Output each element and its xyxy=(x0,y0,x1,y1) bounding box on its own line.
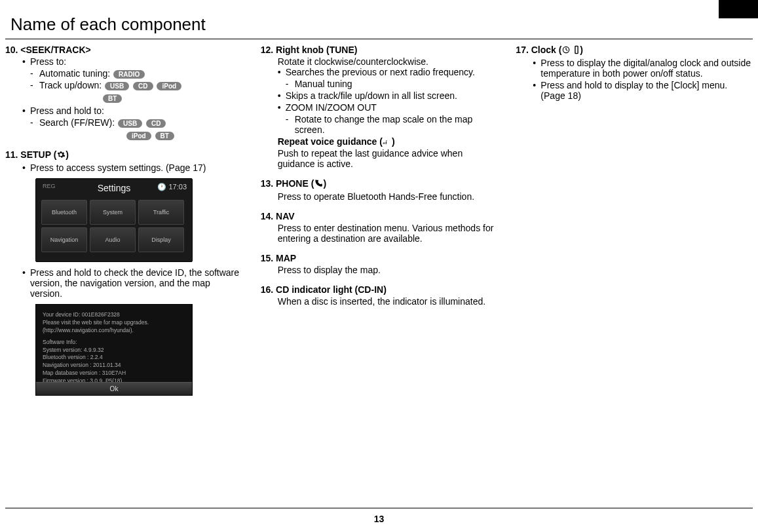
pill-usb-2: USB xyxy=(118,119,142,128)
section-13-title1: PHONE ( xyxy=(273,178,314,189)
section-17-title2: ) xyxy=(580,45,583,55)
shot2-l6: Bluetooth version : 2.2.4 xyxy=(43,354,185,362)
shot1-cell-bluetooth: Bluetooth xyxy=(41,200,87,225)
section-14: 14. NAV Press to enter destination menu.… xyxy=(261,211,498,244)
s14-body: Press to enter destination menu. Various… xyxy=(261,223,498,244)
section-13-num: 13. xyxy=(261,178,273,189)
shot2-l4: Software Info: xyxy=(43,339,185,347)
s10-track-updown-row2: BT xyxy=(22,92,242,103)
shot2-l8: Map database version : 310E7AH xyxy=(43,370,185,377)
column-2: 12. Right knob (TUNE) Rotate it clockwis… xyxy=(261,45,498,405)
pill-ipod-1: iPod xyxy=(157,82,181,90)
s10-track-updown: Track up/down: USB CD iPod xyxy=(30,80,242,90)
pill-bt-2: BT xyxy=(155,132,174,140)
section-15-title: MAP xyxy=(273,253,296,263)
pill-ipod-2: iPod xyxy=(126,132,151,140)
s12-repeat-head-2: ) xyxy=(392,136,395,147)
s12-b2: Skips a track/file up/down in all list s… xyxy=(278,90,498,101)
page-number: 13 xyxy=(0,514,758,524)
section-12-title: Right knob (TUNE) xyxy=(273,45,357,55)
section-17-num: 17. xyxy=(516,45,528,55)
phone-icon xyxy=(314,179,323,190)
section-13-heading: 13. PHONE () xyxy=(261,178,498,190)
s12-repeat-head-1: Repeat voice guidance ( xyxy=(278,136,383,147)
footer-rule xyxy=(5,508,753,508)
shot1-cell-display: Display xyxy=(138,227,184,252)
shot1-cell-navigation: Navigation xyxy=(41,227,87,252)
section-10-title: <SEEK/TRACK> xyxy=(18,45,90,55)
s10-search-row2: iPod BT xyxy=(22,130,242,140)
s10-press-to: Press to: xyxy=(22,56,242,67)
column-3: 17. Clock ( ) Press to display the digit… xyxy=(516,45,753,405)
s13-body: Press to operate Bluetooth Hands-Free fu… xyxy=(261,191,498,202)
shot1-cell-audio: Audio xyxy=(90,227,136,252)
pill-cd-2: CD xyxy=(146,119,166,128)
clock-analog-icon xyxy=(561,45,571,56)
shot1-reg: REG xyxy=(43,183,56,189)
section-17-title1: Clock ( xyxy=(529,45,562,55)
section-11-num: 11. xyxy=(5,149,18,160)
section-17-heading: 17. Clock ( ) xyxy=(516,45,753,56)
shot2-l3: (http://www.navigation.com/hyundai). xyxy=(43,327,185,335)
section-13-title2: ) xyxy=(323,178,326,189)
s12-b1: Searches the previous or next radio freq… xyxy=(278,67,498,77)
shot1-time-val: 17:03 xyxy=(168,183,187,191)
pill-radio: RADIO xyxy=(113,70,145,79)
shot2-l7: Navigation version : 2011.01.34 xyxy=(43,362,185,370)
s12-b3: ZOOM IN/ZOOM OUT xyxy=(278,102,498,113)
section-15: 15. MAP Press to display the map. xyxy=(261,253,498,275)
section-10: 10. <SEEK/TRACK> Press to: Automatic tun… xyxy=(5,45,242,140)
section-15-heading: 15. MAP xyxy=(261,253,498,263)
page-title: Name of each component xyxy=(5,0,753,39)
section-14-num: 14. xyxy=(261,211,273,221)
section-15-num: 15. xyxy=(261,253,273,263)
section-16-heading: 16. CD indicator light (CD-IN) xyxy=(261,284,498,295)
section-16-title: CD indicator light (CD-IN) xyxy=(273,284,387,295)
s12-repeat-body: Push to repeat the last guidance advice … xyxy=(278,148,498,169)
s15-body: Press to display the map. xyxy=(261,265,498,275)
s10-track-updown-text: Track up/down: xyxy=(39,80,104,90)
s10-auto-tuning-text: Automatic tuning: xyxy=(39,68,113,79)
s11-line2: Press and hold to check the device ID, t… xyxy=(22,267,242,299)
s10-search-ffrew: Search (FF/REW): USB CD xyxy=(30,117,242,128)
s12-b1d: Manual tuning xyxy=(286,79,498,89)
s12-b3d: Rotate to change the map scale on the ma… xyxy=(286,114,498,135)
s12-repeat-head: Repeat voice guidance («i) xyxy=(278,136,498,148)
pill-bt-1: BT xyxy=(103,94,122,103)
deviceinfo-screenshot: Your device ID: 001E826F2328 Please visi… xyxy=(35,304,193,396)
s10-search-ffrew-text: Search (FF/REW): xyxy=(39,117,117,128)
corner-tab xyxy=(719,0,758,18)
shot2-l5: System version: 4.9.9.32 xyxy=(43,347,185,354)
pill-usb-1: USB xyxy=(105,82,129,90)
section-12-heading: 12. Right knob (TUNE) xyxy=(261,45,498,55)
section-16: 16. CD indicator light (CD-IN) When a di… xyxy=(261,284,498,307)
clock-digital-icon xyxy=(573,45,580,56)
s17-b1: Press to display the digital/analog cloc… xyxy=(533,58,753,79)
s11-line1: Press to access system settings. (Page 1… xyxy=(22,162,242,173)
settings-screenshot: REG Settings 🕐 17:03 Bluetooth System Tr… xyxy=(35,178,193,262)
section-10-heading: 10. <SEEK/TRACK> xyxy=(5,45,242,55)
content-columns: 10. <SEEK/TRACK> Press to: Automatic tun… xyxy=(0,39,758,405)
section-11-title: SETUP ( xyxy=(18,149,56,160)
shot1-time: 🕐 17:03 xyxy=(157,183,187,191)
shot1-cell-traffic: Traffic xyxy=(138,200,184,225)
column-1: 10. <SEEK/TRACK> Press to: Automatic tun… xyxy=(5,45,242,405)
section-13: 13. PHONE () Press to operate Bluetooth … xyxy=(261,178,498,202)
pill-cd-1: CD xyxy=(133,82,153,90)
shot2-l2: Please visit the web site for map upgrad… xyxy=(43,319,185,327)
section-14-heading: 14. NAV xyxy=(261,211,498,221)
s12-rotate: Rotate it clockwise/counterclockwise. xyxy=(278,56,498,67)
section-12-num: 12. xyxy=(261,45,273,55)
section-14-title: NAV xyxy=(273,211,294,221)
svg-rect-4 xyxy=(576,47,578,53)
voice-icon: «i xyxy=(383,138,392,148)
shot1-grid: Bluetooth System Traffic Navigation Audi… xyxy=(36,193,192,259)
shot1-cell-system: System xyxy=(90,200,136,225)
s10-auto-tuning: Automatic tuning: RADIO xyxy=(30,68,242,79)
s10-press-hold: Press and hold to: xyxy=(22,105,242,116)
shot2-l1: Your device ID: 001E826F2328 xyxy=(43,311,185,319)
s17-b2: Press and hold to display to the [Clock]… xyxy=(533,80,753,101)
section-11-heading: 11. SETUP () xyxy=(5,149,242,161)
section-16-num: 16. xyxy=(261,284,273,295)
section-11: 11. SETUP () Press to access system sett… xyxy=(5,149,242,396)
